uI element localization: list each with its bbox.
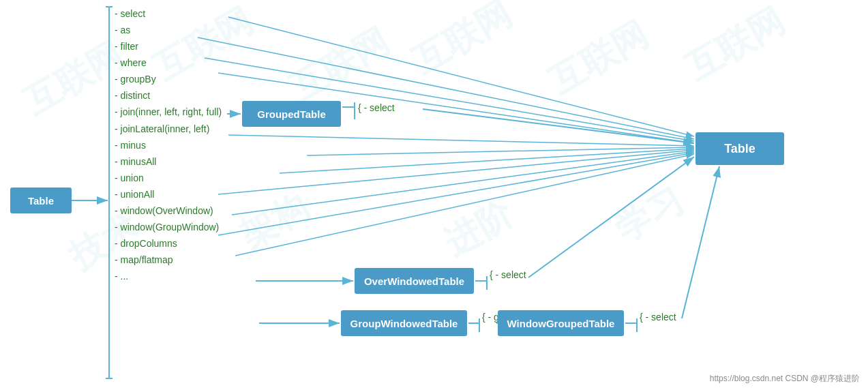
over-select-label: { - select: [490, 269, 526, 280]
svg-line-8: [423, 109, 694, 143]
list-item: - unionAll: [115, 186, 222, 202]
svg-line-14: [307, 147, 694, 155]
list-item: - window(GroupWindow): [115, 219, 222, 235]
svg-line-23: [528, 157, 694, 278]
list-item: - union: [115, 170, 222, 186]
list-item: - dropColumns: [115, 235, 222, 252]
diagram-container: 互联网 互联网 互联网 互联网 互联网 互联网 技术 架构 进阶 学习: [0, 0, 868, 390]
list-item: - select: [115, 5, 222, 22]
svg-line-15: [280, 149, 694, 173]
table-right-box: Table: [695, 132, 784, 165]
grouped-table-box: GroupedTable: [242, 101, 341, 127]
grouped-select-label: { - select: [358, 102, 395, 113]
svg-line-13: [228, 135, 694, 146]
list-item: - join(inner, left, right, full): [115, 104, 222, 120]
bg-watermark-9: 进阶: [436, 190, 521, 267]
svg-line-19: [235, 154, 694, 256]
over-windowed-table-box: OverWindowedTable: [355, 268, 474, 294]
svg-line-11: [205, 58, 694, 141]
bg-watermark-8: 架构: [231, 183, 316, 260]
list-item: - distinct: [115, 87, 222, 104]
bg-watermark-5: 互联网: [541, 11, 657, 106]
table-left-box: Table: [10, 188, 72, 213]
bg-watermark-4: 互联网: [404, 0, 520, 85]
list-item: - map/flatmap: [115, 252, 222, 268]
watermark: https://blog.csdn.net CSDN @程序猿进阶: [710, 373, 860, 385]
list-item: - window(OverWindow): [115, 202, 222, 219]
list-item: - minusAll: [115, 153, 222, 170]
list-item: - minus: [115, 137, 222, 153]
svg-line-30: [682, 166, 719, 318]
svg-line-17: [232, 151, 694, 215]
svg-line-18: [218, 153, 694, 235]
list-item: - filter: [115, 38, 222, 55]
svg-line-16: [218, 150, 694, 194]
window-grouped-table-box: WindowGroupedTable: [498, 310, 624, 336]
list-item: - groupBy: [115, 71, 222, 87]
group-windowed-table-box: GroupWindowedTable: [341, 310, 467, 336]
list-item: - where: [115, 55, 222, 71]
list-item: - ...: [115, 268, 222, 284]
list-item: - as: [115, 22, 222, 38]
list-item: - joinLateral(inner, left): [115, 121, 222, 137]
window-select-label: { - select: [640, 312, 676, 322]
bg-watermark-3: 互联网: [282, 18, 398, 112]
method-list: - select - as - filter - where - groupBy…: [115, 5, 222, 284]
bg-watermark-6: 互联网: [677, 0, 793, 91]
bg-watermark-10: 学习: [606, 177, 691, 254]
